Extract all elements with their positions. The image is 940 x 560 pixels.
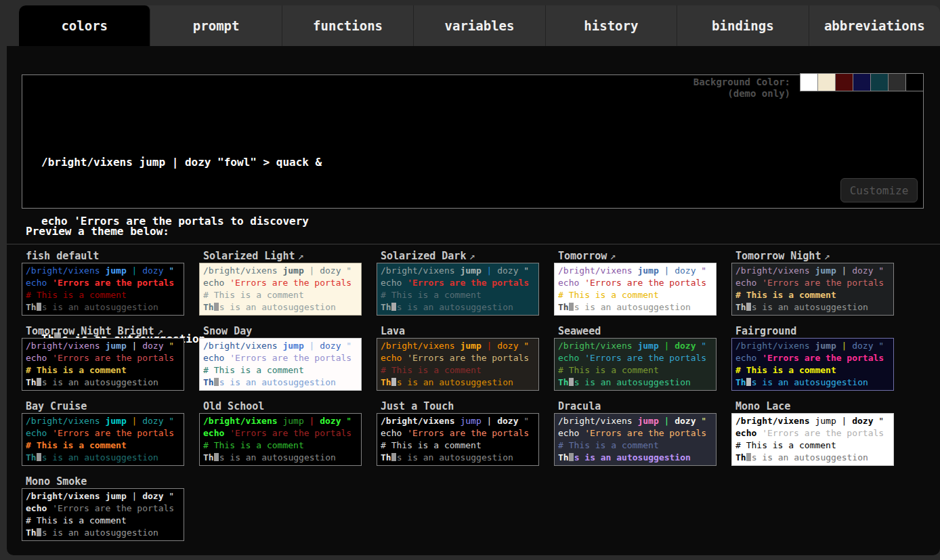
tab-colors[interactable]: colors (19, 5, 150, 46)
theme-card-just-a-touch[interactable]: Just a Touch↗ /bright/vixens jump | dozy… (377, 400, 539, 466)
code-quote: 'Errors are the portals (230, 278, 351, 288)
theme-title-text: Tomorrow (558, 250, 607, 262)
code-qchar: " (878, 341, 884, 351)
preview-line-command: /bright/vixens jump | dozy " (26, 340, 180, 352)
cursor-block (37, 303, 41, 311)
code-pipe: | (664, 341, 670, 351)
theme-card-mono-lace[interactable]: Mono Lace↗ /bright/vixens jump | dozy " … (731, 400, 894, 466)
preview-line-comment: # This is a comment (203, 289, 358, 301)
bg-swatch-6[interactable] (906, 74, 923, 91)
bg-swatch-5[interactable] (889, 74, 905, 91)
theme-title: Tomorrow Night↗ (731, 249, 894, 263)
theme-card-solarized-light[interactable]: Solarized Light↗ /bright/vixens jump | d… (199, 249, 362, 316)
theme-card-tomorrow-night-bright[interactable]: Tomorrow Night Bright↗ /bright/vixens ju… (22, 324, 184, 391)
theme-preview-box[interactable]: /bright/vixens jump | dozy " echo 'Error… (377, 413, 539, 466)
preview-line-command: /bright/vixens jump | dozy " (203, 415, 358, 427)
theme-preview-box[interactable]: /bright/vixens jump | dozy " echo 'Error… (731, 263, 894, 316)
code-typed: Th (26, 302, 37, 312)
code-quote: 'Errors are the portals (762, 278, 884, 288)
bg-swatch-4[interactable] (871, 74, 888, 91)
preview-line-autosuggestion: Ths is an autosuggestion (558, 301, 712, 314)
preview-line-quote: echo 'Errors are the portals (735, 427, 890, 439)
code-comment: # This is a comment (26, 290, 127, 300)
preview-line-command: /bright/vixens jump | dozy " (203, 265, 358, 277)
theme-preview-box[interactable]: /bright/vixens jump | dozy " echo 'Error… (377, 338, 539, 391)
preview-line-autosuggestion: Ths is an autosuggestion (26, 527, 180, 539)
theme-preview-box[interactable]: /bright/vixens jump | dozy " echo 'Error… (199, 338, 362, 391)
theme-card-tomorrow-night[interactable]: Tomorrow Night↗ /bright/vixens jump | do… (731, 249, 894, 316)
tab-functions[interactable]: functions (282, 5, 414, 46)
tab-bindings[interactable]: bindings (677, 5, 809, 46)
theme-preview-box[interactable]: /bright/vixens jump | dozy " echo 'Error… (199, 413, 362, 466)
preview-line-comment: # This is a comment (203, 439, 358, 452)
preview-line-command: /bright/vixens jump | dozy " (381, 340, 535, 352)
code-comment: # This is a comment (203, 365, 304, 375)
theme-preview-box[interactable]: /bright/vixens jump | dozy " echo 'Error… (731, 338, 894, 391)
code-param: dozy (142, 491, 163, 501)
bg-swatch-3[interactable] (853, 74, 870, 91)
code-quote: 'Errors are the portals (52, 353, 174, 363)
tab-abbreviations[interactable]: abbreviations (809, 5, 940, 46)
code-pipe: | (487, 416, 492, 426)
code-path: /bright/vixens (203, 341, 278, 351)
theme-card-old-school[interactable]: Old School↗ /bright/vixens jump | dozy "… (199, 400, 362, 466)
theme-card-solarized-dark[interactable]: Solarized Dark↗ /bright/vixens jump | do… (377, 249, 539, 316)
preview-line-autosuggestion: Ths is an autosuggestion (558, 376, 712, 389)
preview-line-comment: # This is a comment (735, 289, 890, 301)
theme-preview-box[interactable]: /bright/vixens jump | dozy " echo 'Error… (22, 488, 184, 541)
code-autosuggestion: s is an autosuggestion (397, 452, 513, 462)
tab-variables[interactable]: variables (414, 5, 545, 46)
code-typed: Th (203, 302, 214, 312)
code-qchar: " (169, 265, 174, 276)
theme-preview-box[interactable]: /bright/vixens jump | dozy " echo 'Error… (377, 263, 539, 316)
theme-title-text: Fairground (735, 325, 796, 337)
theme-preview-box[interactable]: /bright/vixens jump | dozy " echo 'Error… (554, 263, 717, 316)
code-cmd: jump (637, 265, 658, 276)
code-param: dozy (497, 341, 518, 351)
cursor-block (37, 453, 41, 461)
code-comment: # This is a comment (735, 440, 836, 450)
theme-preview-box[interactable]: /bright/vixens jump | dozy " echo 'Error… (731, 413, 894, 466)
code-quote: 'Errors are the portals (762, 428, 884, 438)
theme-title: Just a Touch↗ (377, 400, 539, 413)
theme-card-snow-day[interactable]: Snow Day↗ /bright/vixens jump | dozy " e… (199, 324, 362, 391)
theme-card-tomorrow[interactable]: Tomorrow↗ /bright/vixens jump | dozy " e… (554, 249, 717, 316)
theme-card-fish-default[interactable]: fish default↗ /bright/vixens jump | dozy… (22, 249, 184, 316)
code-echo: echo (203, 428, 224, 438)
cursor-block (37, 528, 41, 536)
customize-button[interactable]: Customize (840, 178, 918, 202)
theme-preview-box[interactable]: /bright/vixens jump | dozy " echo 'Error… (199, 263, 362, 316)
theme-card-fairground[interactable]: Fairground↗ /bright/vixens jump | dozy "… (731, 324, 894, 391)
theme-card-bay-cruise[interactable]: Bay Cruise↗ /bright/vixens jump | dozy "… (22, 400, 184, 466)
theme-card-mono-smoke[interactable]: Mono Smoke↗ /bright/vixens jump | dozy "… (22, 475, 184, 541)
theme-preview-box[interactable]: /bright/vixens jump | dozy " echo 'Error… (554, 338, 717, 391)
fish-config-page: colorspromptfunctionsvariableshistorybin… (0, 0, 940, 560)
theme-title-text: Bay Cruise (26, 400, 87, 412)
code-pipe: | (132, 341, 137, 351)
theme-preview-box[interactable]: /bright/vixens jump | dozy " echo 'Error… (22, 263, 184, 316)
code-autosuggestion: s is an autosuggestion (574, 452, 691, 462)
preview-line-command: /bright/vixens jump | dozy " (26, 265, 180, 277)
code-param: dozy (320, 416, 341, 426)
bg-swatch-1[interactable] (818, 74, 835, 91)
code-param: dozy (320, 341, 341, 351)
bg-swatch-0[interactable] (800, 74, 817, 91)
tab-prompt[interactable]: prompt (150, 5, 282, 46)
code-path: /bright/vixens (381, 416, 455, 426)
cursor-block (569, 453, 574, 461)
bg-swatch-2[interactable] (836, 74, 853, 91)
code-path: /bright/vixens (735, 416, 810, 426)
code-echo: echo (735, 278, 756, 288)
cursor-block (37, 378, 41, 386)
tab-history[interactable]: history (546, 5, 677, 46)
preview-line-autosuggestion: Ths is an autosuggestion (735, 452, 890, 464)
code-quote: 'Errors are the portals (52, 503, 174, 513)
theme-preview-box[interactable]: /bright/vixens jump | dozy " echo 'Error… (554, 413, 717, 466)
theme-card-seaweed[interactable]: Seaweed↗ /bright/vixens jump | dozy " ec… (554, 324, 717, 391)
theme-card-dracula[interactable]: Dracula↗ /bright/vixens jump | dozy " ec… (554, 400, 717, 466)
code-pipe: | (842, 341, 847, 351)
code-qchar: " (524, 416, 529, 426)
theme-preview-box[interactable]: /bright/vixens jump | dozy " echo 'Error… (22, 338, 184, 391)
theme-preview-box[interactable]: /bright/vixens jump | dozy " echo 'Error… (22, 413, 184, 466)
theme-card-lava[interactable]: Lava↗ /bright/vixens jump | dozy " echo … (377, 324, 539, 391)
